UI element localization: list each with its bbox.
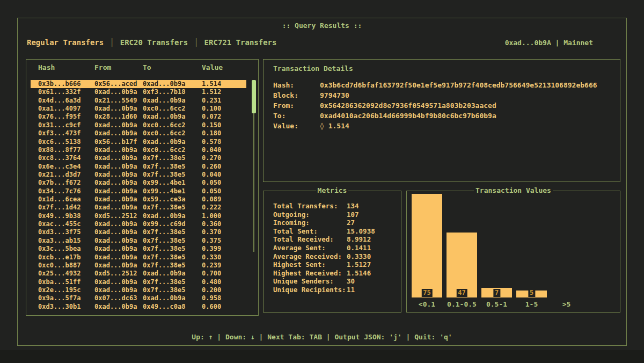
table-row[interactable]: 0x25...49320xd5...25120xad...0b9a0.700 [31, 270, 246, 278]
table-row[interactable]: 0xa1...40970xad...0b9a0xc0...6cc20.100 [31, 105, 246, 113]
metric-item: Highest Sent:1.5127 [273, 260, 375, 269]
cell-hash: 0xc6...5138 [38, 138, 94, 146]
cell-hash: 0x7f...1d42 [38, 204, 94, 212]
metric-value: 107 [347, 210, 359, 219]
cell-val: 0.072 [202, 113, 221, 121]
table-row[interactable]: 0x7f...1d420xad...0b9a0x7f...38e50.222 [31, 204, 246, 212]
table-row[interactable]: 0xd3...30b10xad...0b9a0x49...c0a80.600 [31, 303, 246, 311]
cell-to: 0xad...0b9a [143, 80, 202, 88]
metric-item: Highest Received:1.5146 [273, 269, 375, 278]
table-row[interactable]: 0x3b...b6660x56...aced0xad...0b9a1.514 [31, 80, 246, 88]
table-row[interactable]: 0x7b...f6720xad...0b9a0x99...4be10.050 [31, 179, 246, 187]
detail-field: Value:◊ 1.514 [273, 121, 597, 131]
cell-from: 0x28...1d60 [94, 113, 143, 121]
table-row[interactable]: 0x2e...195c0xad...0b9a0x7f...38e50.200 [31, 286, 246, 294]
table-row[interactable]: 0x34...7c760xad...0b9a0x99...4be10.050 [31, 187, 246, 195]
metric-value: 1.5127 [347, 260, 371, 268]
chart-bar-value: 47 [456, 289, 467, 297]
metric-item: Unique Recipients:11 [273, 286, 375, 294]
cell-hash: 0x9a...5f7a [38, 294, 94, 302]
table-row[interactable]: 0xa3...ab150xad...0b9a0x7f...38e50.375 [31, 237, 246, 245]
transfers-list: 0x3b...b6660x56...aced0xad...0b9a1.5140x… [31, 80, 246, 311]
table-row[interactable]: 0xcb...e17b0xad...0b9a0x7f...38e50.330 [31, 253, 246, 262]
column-header-value: Value [202, 63, 223, 71]
cell-to: 0x7f...38e5 [143, 163, 202, 171]
cell-val: 0.222 [202, 204, 221, 212]
cell-hash: 0x1d...6cea [38, 195, 94, 204]
cell-hash: 0xd3...30b1 [38, 303, 94, 311]
cell-hash: 0x76...f95f [38, 113, 94, 121]
chart-x-tick-label: 1-5 [525, 300, 538, 308]
table-row[interactable]: 0x76...f95f0x28...1d600xad...0b9a0.072 [31, 113, 246, 121]
cell-from: 0xad...0b9a [94, 88, 143, 96]
tab-regular-transfers[interactable]: Regular Transfers [27, 38, 104, 47]
table-row[interactable]: 0x1d...6cea0xad...0b9a0x59...ce3a0.089 [31, 195, 246, 204]
cell-from: 0x07...dc63 [94, 294, 143, 302]
table-header: Hash From To Value [26, 63, 258, 71]
table-row[interactable]: 0xc0...b8870xad...0b9a0x7f...38e50.239 [31, 262, 246, 270]
tab-erc20-transfers[interactable]: ERC20 Transfers [120, 38, 188, 47]
chart-x-tick-label: <0.1 [419, 300, 435, 308]
cell-hash: 0x21...d3d7 [38, 171, 94, 179]
cell-val: 0.270 [202, 154, 221, 162]
detail-value: 0xad4010ac206b14d66999b4bf9b80c6bc97b60b… [320, 112, 496, 120]
table-row[interactable]: 0x31...c9cf0xad...0b9a0xc0...6cc20.150 [31, 121, 246, 129]
table-row[interactable]: 0x49...9b380xd5...25120xad...0b9a1.000 [31, 212, 246, 220]
table-row[interactable]: 0x21...d3d70xad...0b9a0x7f...38e50.040 [31, 171, 246, 179]
cell-from: 0x21...5549 [94, 97, 143, 105]
cell-from: 0xad...0b9a [94, 286, 143, 294]
cell-to: 0x7f...38e5 [143, 245, 202, 253]
cell-hash: 0xd3...3f75 [38, 228, 94, 236]
cell-val: 0.089 [202, 195, 221, 204]
table-row[interactable]: 0xf3...473f0xad...0b9a0xc0...6cc20.180 [31, 129, 246, 137]
query-results-app: :: Query Results :: Regular Transfers│ER… [0, 0, 644, 363]
cell-val: 0.231 [202, 97, 221, 105]
tab-bar: Regular Transfers│ERC20 Transfers│ERC721… [27, 38, 276, 47]
metric-item: Unique Senders:30 [273, 277, 375, 286]
cell-val: 0.600 [202, 303, 221, 311]
cell-hash: 0xcb...e17b [38, 253, 94, 262]
metric-label: Outgoing: [273, 210, 347, 219]
cell-to: 0x7f...38e5 [143, 237, 202, 245]
detail-label: Hash: [273, 80, 320, 90]
table-row[interactable]: 0xc6...51380x56...b17f0xad...0b9a0.578 [31, 138, 246, 146]
cell-val: 0.958 [202, 294, 221, 302]
chart-x-tick-label: >5 [562, 300, 571, 308]
metric-label: Average Received: [273, 252, 347, 261]
metric-item: Total Received:8.9912 [273, 235, 375, 244]
cell-from: 0xad...0b9a [94, 237, 143, 245]
cell-val: 0.040 [202, 146, 221, 154]
cell-from: 0xad...0b9a [94, 220, 143, 228]
table-row[interactable]: 0xba...51ff0xad...0b9a0x7f...38e50.480 [31, 278, 246, 286]
table-row[interactable]: 0xc8...37640xad...0b9a0x7f...38e50.270 [31, 154, 246, 162]
table-row[interactable]: 0x61...332f0xad...0b9a0xf3...7b181.512 [31, 88, 246, 96]
metrics-panel: Metrics Total Transfers:134Outgoing:107I… [263, 191, 401, 313]
table-row[interactable]: 0xd3...3f750xad...0b9a0x7f...38e50.370 [31, 228, 246, 236]
column-header-from: From [94, 63, 143, 71]
table-row[interactable]: 0x88...8f770xad...0b9a0xc0...6cc20.040 [31, 146, 246, 154]
table-row[interactable]: 0x9a...5f7a0x07...dc630xad...0b9a0.958 [31, 294, 246, 302]
tab-erc721-transfers[interactable]: ERC721 Transfers [204, 38, 277, 47]
detail-value: ◊ 1.514 [320, 122, 349, 130]
cell-hash: 0x61...332f [38, 88, 94, 96]
cell-val: 0.180 [202, 129, 221, 137]
table-row[interactable]: 0x6e...c3e40xad...0b9a0x7f...38e50.260 [31, 163, 246, 171]
scrollbar-thumb[interactable] [252, 80, 256, 113]
tab-separator: │ [104, 38, 120, 47]
cell-val: 0.200 [202, 286, 221, 294]
cell-from: 0xad...0b9a [94, 253, 143, 262]
cell-hash: 0xf3...473f [38, 129, 94, 137]
cell-val: 1.512 [202, 88, 221, 96]
cell-hash: 0xc0...b887 [38, 262, 94, 270]
transaction-details-panel: Transaction Details Hash:0x3b6cd7d6bfaf1… [263, 59, 620, 182]
table-row[interactable]: 0x4d...6a3d0x21...55490xad...0b9a0.231 [31, 97, 246, 105]
cell-hash: 0x88...8f77 [38, 146, 94, 154]
cell-to: 0xad...0b9a [143, 97, 202, 105]
cell-to: 0xad...0b9a [143, 138, 202, 146]
cell-from: 0xad...0b9a [94, 195, 143, 204]
cell-to: 0xad...0b9a [143, 113, 202, 121]
table-row[interactable]: 0xac...455c0xad...0b9a0x99...c69d0.360 [31, 220, 246, 228]
table-row[interactable]: 0x3c...5bea0xad...0b9a0x7f...38e50.399 [31, 245, 246, 253]
scrollbar-track[interactable] [253, 113, 254, 252]
cell-to: 0xad...0b9a [143, 212, 202, 220]
